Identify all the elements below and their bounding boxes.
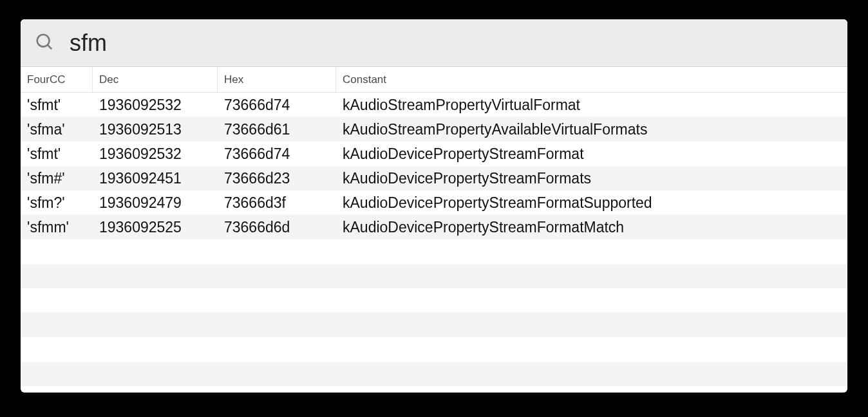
- cell-fourcc: 'sfmm': [21, 215, 93, 239]
- column-header-constant[interactable]: Constant: [336, 67, 847, 92]
- table-row[interactable]: 'sfma'193609251373666d61kAudioStreamProp…: [21, 117, 847, 142]
- cell-dec: 1936092525: [93, 215, 218, 239]
- table-body: 'sfmt'193609253273666d74kAudioStreamProp…: [21, 93, 847, 393]
- cell-hex: 73666d74: [218, 93, 336, 117]
- search-input[interactable]: [54, 29, 833, 57]
- cell-hex: 73666d61: [218, 117, 336, 142]
- table-row-empty: [21, 337, 847, 362]
- cell-dec: 1936092479: [93, 190, 218, 215]
- cell-constant: kAudioStreamPropertyAvailableVirtualForm…: [336, 117, 847, 142]
- column-header-dec[interactable]: Dec: [93, 67, 218, 92]
- cell-hex: 73666d23: [218, 166, 336, 190]
- table-row[interactable]: 'sfmt'193609253273666d74kAudioStreamProp…: [21, 93, 847, 117]
- search-bar: [21, 19, 847, 67]
- table-row[interactable]: 'sfm?'193609247973666d3fkAudioDeviceProp…: [21, 190, 847, 215]
- cell-dec: 1936092532: [93, 93, 218, 117]
- cell-dec: 1936092451: [93, 166, 218, 190]
- cell-fourcc: 'sfm#': [21, 166, 93, 190]
- table-row-empty: [21, 362, 847, 386]
- table-header: FourCC Dec Hex Constant: [21, 67, 847, 93]
- column-header-hex[interactable]: Hex: [218, 67, 336, 92]
- table-row[interactable]: 'sfmt'193609253273666d74kAudioDeviceProp…: [21, 142, 847, 166]
- cell-fourcc: 'sfm?': [21, 190, 93, 215]
- cell-fourcc: 'sfmt': [21, 142, 93, 166]
- table-row[interactable]: 'sfm#'193609245173666d23kAudioDeviceProp…: [21, 166, 847, 190]
- cell-hex: 73666d3f: [218, 190, 336, 215]
- search-icon: [35, 32, 54, 54]
- cell-fourcc: 'sfma': [21, 117, 93, 142]
- cell-constant: kAudioDevicePropertyStreamFormats: [336, 166, 847, 190]
- cell-dec: 1936092532: [93, 142, 218, 166]
- table-row-empty: [21, 313, 847, 337]
- cell-hex: 73666d74: [218, 142, 336, 166]
- table-row-empty: [21, 239, 847, 264]
- svg-point-0: [37, 34, 50, 46]
- column-header-fourcc[interactable]: FourCC: [21, 67, 93, 92]
- cell-constant: kAudioDevicePropertyStreamFormat: [336, 142, 847, 166]
- cell-dec: 1936092513: [93, 117, 218, 142]
- cell-constant: kAudioStreamPropertyVirtualFormat: [336, 93, 847, 117]
- cell-constant: kAudioDevicePropertyStreamFormatSupporte…: [336, 190, 847, 215]
- cell-constant: kAudioDevicePropertyStreamFormatMatch: [336, 215, 847, 239]
- svg-line-1: [48, 45, 52, 49]
- table-row[interactable]: 'sfmm'193609252573666d6dkAudioDeviceProp…: [21, 215, 847, 239]
- table-row-empty: [21, 264, 847, 288]
- table-row-empty: [21, 288, 847, 313]
- cell-hex: 73666d6d: [218, 215, 336, 239]
- cell-fourcc: 'sfmt': [21, 93, 93, 117]
- lookup-window: FourCC Dec Hex Constant 'sfmt'1936092532…: [21, 19, 847, 393]
